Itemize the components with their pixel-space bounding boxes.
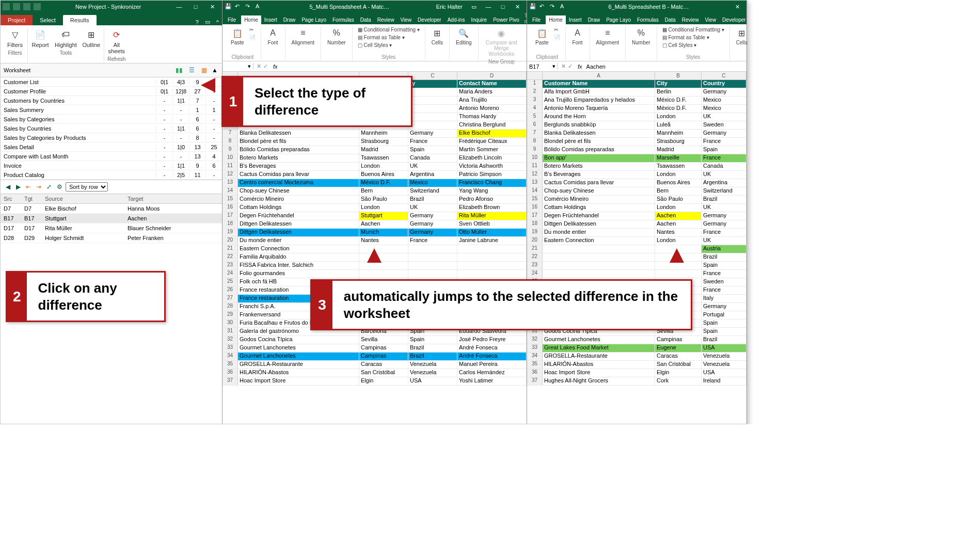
ribbon-tab-developer[interactable]: Developer (719, 15, 746, 24)
table-row[interactable]: 14Chop-suey ChineseBernSwitzerland (527, 187, 746, 196)
sort-select[interactable]: Sort by row (66, 182, 108, 191)
sync-left-button[interactable]: ⇤ (24, 183, 33, 191)
fx-icon[interactable]: fx (576, 63, 584, 70)
diff-row[interactable]: D7D7Elke BischofHanna Moos (1, 204, 222, 214)
cell-styles-button[interactable]: ▢ Cell Styles ▾ (357, 42, 421, 49)
font-button[interactable]: AFont (570, 26, 585, 46)
cut-icon[interactable]: ✂ (553, 26, 561, 33)
col-header-c[interactable]: C (702, 72, 746, 79)
cell-styles-button[interactable]: ▢ Cell Styles ▾ (661, 42, 725, 49)
col-header-b[interactable]: B (655, 72, 702, 79)
table-row[interactable]: 19Dittgen DelikatessenMunichGermanyOtto … (222, 229, 527, 237)
col-header-a[interactable]: A (543, 72, 655, 79)
table-row[interactable]: 12B's BeveragesLondonUK (527, 171, 746, 179)
worksheet-list[interactable]: Customer List0|14|39Customer Profile0|11… (1, 77, 222, 180)
cells-button[interactable]: ⊞Cells (734, 26, 750, 46)
table-row[interactable]: 13Cactus Comidas para llevarBuenos Aires… (527, 179, 746, 187)
table-row[interactable]: 32Godos Cocina TípicaSevillaSpainJosé Pe… (222, 336, 527, 344)
worksheet-row[interactable]: Sales by Categories by Products--8- (1, 133, 222, 142)
table-row[interactable]: 23Spain (527, 262, 746, 270)
table-row[interactable]: 36Hoac Import StoreElginUSA (527, 369, 746, 377)
alignment-button[interactable]: ≡Alignment (290, 26, 316, 46)
number-button[interactable]: %Number (630, 26, 653, 46)
scroll-up-icon[interactable]: ▲ (211, 66, 219, 75)
minimize-button[interactable]: — (171, 1, 187, 12)
diff-row[interactable]: D17D17Rita MüllerBlauer Schneider (1, 223, 222, 233)
undo-icon[interactable]: ↶ (235, 3, 242, 10)
worksheet-row[interactable]: Customer List0|14|39 (1, 77, 222, 87)
ribbon-tab-draw[interactable]: Draw (585, 15, 603, 24)
icon-panel-layout-1[interactable] (3, 3, 10, 10)
table-row[interactable]: 19Du monde entierNantesFrance (527, 229, 746, 237)
help-icon[interactable]: ? (193, 19, 202, 25)
worksheet-row[interactable]: Customer Profile0|112|827- (1, 87, 222, 96)
table-row[interactable]: 12Cactus Comidas para llevarBuenos Aires… (222, 171, 527, 179)
ribbon-tab-developer[interactable]: Developer (415, 15, 444, 24)
icon-panel-layout-4[interactable] (34, 3, 41, 10)
ribbon-tab-file[interactable]: File (222, 15, 241, 24)
table-row[interactable]: 6Berglunds snabbköpLuleåSweden (527, 121, 746, 130)
minimize-button[interactable]: — (481, 1, 496, 12)
format-as-table-button[interactable]: ▤ Format as Table ▾ (357, 34, 421, 41)
layout-icon[interactable]: ▭ (202, 19, 213, 25)
font-icon[interactable]: A (256, 3, 263, 10)
table-row[interactable]: 23FISSA Fabrica Inter. Salchich (222, 262, 527, 270)
compare-merge-button[interactable]: ◉Compare and Merge Workbooks (483, 26, 520, 58)
table-row[interactable]: 35HILARIÓN-AbastosSan CristóbalVenezuela (527, 361, 746, 369)
worksheet-row[interactable]: Customers by Countries-1|17- (1, 96, 222, 105)
table-row[interactable]: 3Ana Trujillo Emparedados y heladosMéxic… (527, 97, 746, 105)
alignment-button[interactable]: ≡Alignment (594, 26, 621, 46)
ribbon-tab-file[interactable]: File (527, 15, 546, 24)
table-row[interactable]: 4Antonio Moreno TaqueríaMéxico D.F.Mexic… (527, 105, 746, 113)
cut-icon[interactable]: ✂ (248, 26, 257, 33)
excel-b-grid[interactable]: A B C 1 Customer Name City Country 2Alfa… (527, 72, 746, 424)
sync-right-button[interactable]: ⇥ (35, 183, 43, 191)
ribbon-tab-view[interactable]: View (398, 15, 415, 24)
table-row[interactable]: 37Hoac Import StoreElginUSAYoshi Latimer (222, 377, 527, 386)
table-row[interactable]: 17Degen FrüchtehandelAachenGermany (527, 212, 746, 220)
ribbon-tab-data[interactable]: Data (357, 15, 374, 24)
enter-icon[interactable]: ✓ (263, 63, 268, 70)
ribbon-tab-home[interactable]: Home (241, 15, 261, 24)
maximize-button[interactable]: □ (496, 1, 510, 12)
ribbon-tab-view[interactable]: View (702, 15, 720, 24)
table-row[interactable]: 7Blanka DelikatessenMannheimGermany (527, 130, 746, 138)
ribbon-tab-insert[interactable]: Insert (261, 15, 280, 24)
cancel-icon[interactable]: ✕ (257, 63, 261, 70)
ribbon-tab-add-ins[interactable]: Add-ins (444, 15, 468, 24)
table-row[interactable]: 21Austria (527, 245, 746, 253)
table-row[interactable]: 18Dittgen DelikatessenAachenGermany (527, 220, 746, 229)
tab-results[interactable]: Results (63, 15, 97, 25)
ribbon-tab-page layo[interactable]: Page Layo (603, 15, 634, 24)
col-header-d[interactable]: D (457, 72, 527, 79)
worksheet-row[interactable]: Compare with Last Month--134 (1, 152, 222, 161)
ribbon-options-icon[interactable]: ▭ (467, 1, 481, 12)
table-row[interactable]: 34GROSELLA-RestauranteCaracasVenezuela (527, 353, 746, 361)
table-row[interactable]: 10Bon app'MarseilleFrance (527, 154, 746, 163)
table-row[interactable]: 33Great Lakes Food MarketEugeneUSA (527, 344, 746, 353)
table-row[interactable]: 36HILARIÓN-AbastosSan CristóbalVenezuela… (222, 369, 527, 377)
worksheet-row[interactable]: Product Catalog-2|511- (1, 170, 222, 180)
table-row[interactable]: 15Comércio MineiroSão PauloBrazilPedro A… (222, 196, 527, 204)
table-row[interactable]: 34Gourmet LanchonetesCampinasBrazilAndré… (222, 353, 527, 361)
worksheet-row[interactable]: Sales Detail-1|01325 (1, 142, 222, 152)
worksheet-row[interactable]: Invoice-1|196 (1, 161, 222, 170)
paste-button[interactable]: 📋Paste (229, 26, 246, 46)
format-as-table-button[interactable]: ▤ Format as Table ▾ (661, 34, 725, 41)
table-row[interactable]: 7Blanka DelikatessenMannheimGermanyElke … (222, 130, 527, 138)
ribbon-tab-inquire[interactable]: Inquire (468, 15, 490, 24)
font-icon[interactable]: A (560, 3, 567, 10)
fx-icon[interactable]: fx (271, 63, 280, 70)
conditional-formatting-button[interactable]: ▦ Conditional Formatting ▾ (661, 26, 725, 33)
tell-me[interactable]: 💡 Tell me (524, 13, 527, 24)
editing-button[interactable]: 🔍Editing (454, 26, 474, 46)
table-row[interactable]: 37Hughes All-Night GrocersCorkIreland (527, 377, 746, 386)
paste-button[interactable]: 📋Paste (533, 26, 551, 46)
filters-button[interactable]: ▽ Filters (6, 28, 24, 48)
col-header-c[interactable]: C (408, 72, 457, 79)
table-row[interactable]: 9Bólido Comidas preparadasMadridSpain (527, 146, 746, 154)
table-row[interactable]: 13Centro comercial MoctezumaMéxico D.F.M… (222, 179, 527, 187)
excel-a-user[interactable]: Eric Halter (436, 4, 463, 10)
tab-project[interactable]: Project (1, 15, 33, 25)
conditional-formatting-button[interactable]: ▦ Conditional Formatting ▾ (357, 26, 421, 33)
